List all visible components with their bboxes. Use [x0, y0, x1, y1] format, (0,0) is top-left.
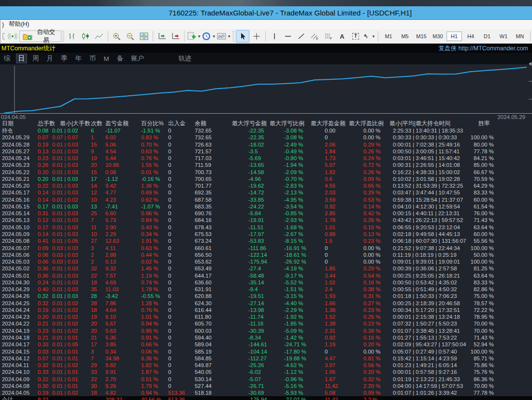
cell-date: 2024.04.18	[0, 334, 37, 341]
panel-collapse-arrow[interactable]	[529, 62, 532, 66]
crosshair-icon[interactable]	[250, 30, 263, 42]
tab-月[interactable]: 月	[44, 54, 56, 63]
timeframe-M30[interactable]: M30	[430, 31, 446, 41]
cell-cashflow: 513.36	[167, 396, 194, 400]
cell-cashflow: 0	[167, 217, 194, 223]
zoom-out-icon[interactable]	[124, 30, 137, 42]
cell-count: 18	[89, 389, 103, 396]
timeframe-MN[interactable]: MN	[512, 31, 528, 41]
chart-end-date: 2024.05.29	[497, 114, 525, 120]
cell-minmax: 0.01 | 0.02	[52, 196, 89, 203]
signal-icon[interactable]	[6, 30, 19, 42]
zoom-in-icon[interactable]	[111, 30, 123, 42]
cell-date: 2024.04.09	[0, 376, 37, 383]
tab-季[interactable]: 季	[58, 54, 70, 63]
arrows-icon[interactable]: ▼	[363, 30, 375, 42]
cell-maxddpct: -5.93 %	[270, 389, 310, 396]
cell-maxdd: -27.4	[231, 265, 270, 272]
chart-candles-icon[interactable]	[79, 30, 92, 42]
tab-币[interactable]: 币	[87, 54, 99, 63]
cell-maxfp: 11.42	[310, 396, 349, 400]
indicators-icon[interactable]: ▼	[187, 30, 201, 42]
cell-balance: 527.44	[194, 383, 231, 389]
horizontal-line-icon[interactable]	[282, 30, 294, 42]
auto-scroll-icon[interactable]	[156, 30, 168, 42]
cell-minmax: 0.01 | 0.02	[52, 313, 89, 320]
tab-账户[interactable]: 账户	[129, 54, 146, 63]
cell-maxdd: -13.65	[231, 162, 270, 168]
chart-shift-icon[interactable]	[169, 30, 182, 42]
cell-count: 7	[89, 217, 103, 223]
cell-maxfppct: 0.09 %	[349, 176, 387, 182]
vertical-line-icon[interactable]	[268, 30, 281, 42]
cell-maxdd: -13.98	[231, 307, 270, 313]
cell-balance: 711.59	[194, 162, 231, 168]
tab-日[interactable]: 日	[16, 54, 28, 63]
clipped-icon[interactable]	[0, 30, 5, 42]
cell-balance: 605.70	[194, 320, 231, 327]
cell-maxfp: 5.07	[310, 162, 349, 168]
cell-times: 0:21:52 | 9:07:38 | 22:44:34	[387, 245, 464, 252]
periods-icon[interactable]: ▼	[202, 30, 216, 42]
timeframe-M5[interactable]: M5	[397, 31, 413, 41]
cell-pct: -1.07 %	[140, 203, 167, 210]
tab-M[interactable]: M	[101, 55, 112, 63]
cell-count: 3	[89, 245, 103, 252]
chart-line-icon[interactable]	[93, 30, 105, 42]
auto-trading-button[interactable]: 自动交易	[19, 30, 61, 42]
cell-maxdd: -30.39	[231, 327, 270, 334]
cell-maxddpct: -26.92 %	[270, 258, 310, 265]
cell-maxfp: 1.01	[310, 224, 349, 231]
cell-balance: 636.60	[194, 279, 231, 286]
cell-maxfp: 0	[310, 134, 349, 141]
cell-pct: 1.45 %	[140, 265, 167, 272]
header-maxdd: 最大浮亏金额	[231, 120, 270, 127]
fibonacci-icon[interactable]: F	[322, 30, 335, 42]
timeframe-D1[interactable]: D1	[479, 31, 495, 41]
cell-maxfppct: 0.29 %	[349, 189, 387, 196]
timeframe-M15[interactable]: M15	[414, 31, 429, 41]
cell-date: 2024.05.03	[0, 258, 37, 265]
tab-年[interactable]: 年	[73, 54, 85, 63]
text-icon[interactable]: A	[336, 30, 348, 42]
cell-winrate: 100.00 %	[464, 245, 532, 252]
cell-minmax: 0.01 | 0.03	[52, 176, 89, 182]
mtcommander-link[interactable]: 复盘侠 http://MTCommander.com	[439, 44, 532, 53]
cell-cashflow: 0	[167, 265, 194, 272]
timeframe-M1[interactable]: M1	[381, 31, 396, 41]
cell-cashflow: 0	[167, 362, 194, 369]
cell-maxddpct: -5.52 %	[270, 279, 310, 286]
channel-icon[interactable]: E	[309, 30, 321, 42]
cell-date: 2024.05.13	[0, 217, 37, 223]
cell-maxfp: 2.03	[310, 189, 349, 196]
cell-maxddpct: -18.61 %	[270, 252, 310, 258]
cell-date: 2024.05.16	[0, 196, 37, 203]
table-row: 2024.05.020.360.01 | 0.03329.321.45 %065…	[0, 265, 532, 272]
timeframe-H1[interactable]: H1	[446, 31, 462, 41]
table-row: 2024.04.300.240.01 | 0.03184.690.74 %063…	[0, 279, 532, 286]
text-label-icon[interactable]: T	[349, 30, 362, 42]
cell-cashflow: 0	[167, 134, 194, 141]
cell-minmax: 0.01 | 0.02	[52, 327, 89, 334]
cell-maxddpct: -0.49 %	[270, 148, 310, 155]
tab-周[interactable]: 周	[30, 54, 42, 63]
cell-pnl: -1.12	[103, 176, 140, 182]
timeframe-W1[interactable]: W1	[496, 31, 511, 41]
timeframe-H4[interactable]: H4	[463, 31, 478, 41]
cell-minmax: 0.03 | 0.03	[52, 252, 89, 258]
chart-bars-icon[interactable]	[66, 30, 78, 42]
cursor-icon[interactable]	[236, 30, 249, 43]
menu-help[interactable]: 帮助(H)	[5, 20, 33, 29]
tab-备[interactable]: 备	[115, 54, 126, 63]
cell-maxfp: 4.55	[310, 182, 349, 189]
tile-windows-icon[interactable]	[138, 30, 150, 42]
cell-maxfp: 1.78	[310, 217, 349, 223]
tab-综[interactable]: 综	[1, 54, 13, 63]
tab-轨迹[interactable]: 轨迹	[176, 54, 194, 63]
trendline-icon[interactable]	[295, 30, 308, 42]
cell-pct: 0.70 %	[140, 141, 167, 148]
cell-pct: 1.91 %	[140, 237, 167, 244]
table-total-row: 合计8.22208.2240.56 %513.36-175.94-27.02 %…	[0, 396, 532, 400]
templates-icon[interactable]: ▼	[217, 30, 231, 42]
panel-title: MTCommander统计	[0, 44, 56, 53]
